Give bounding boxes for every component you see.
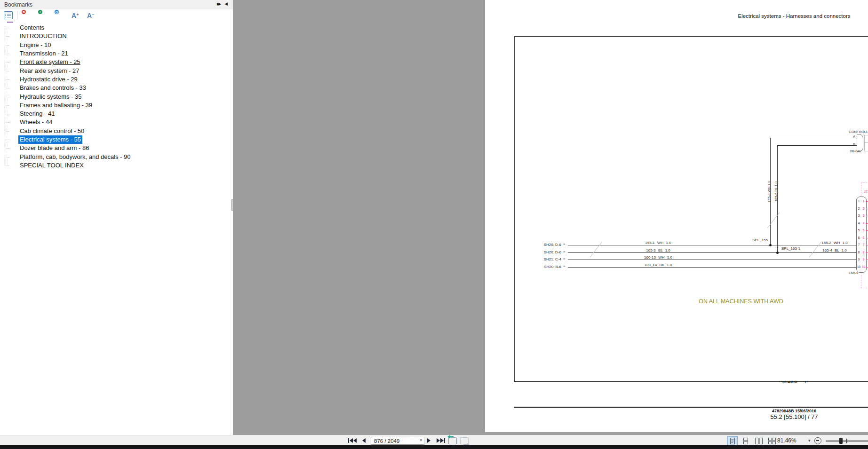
bookmark-item-platform[interactable]: Platform, cab, bodywork, and decals - 90 (0, 153, 233, 161)
page-title: Electrical systems - Harnesses and conne… (514, 13, 868, 19)
increase-text-size-button[interactable]: A+ (72, 12, 79, 19)
bookmark-item-hydraulic[interactable]: Hydraulic systems - 35 (0, 93, 233, 101)
first-page-button[interactable] (348, 438, 357, 443)
footer-document-code: 47829048B 15/06/2016 (514, 409, 868, 413)
offpage-connector-icon: » (563, 257, 565, 261)
r021-pin-a: A (847, 135, 855, 138)
bookmark-item-brakes[interactable]: Brakes and controls - 33 (0, 84, 233, 92)
bookmark-item-special-tool[interactable]: SPECIAL TOOL INDEX (0, 161, 233, 170)
can-wire-a (770, 138, 857, 138)
sheet-code: SS14N098 (782, 380, 796, 384)
sheet-number: 1 (804, 380, 806, 384)
single-page-layout-button[interactable] (727, 436, 738, 446)
bookmark-item-transmission[interactable]: Transmission - 21 (0, 49, 233, 58)
wire-label: 155-1 WH 1.0 (611, 241, 705, 245)
previous-page-button[interactable] (362, 438, 366, 443)
wire-line (866, 223, 868, 224)
pdf-page: Electrical systems - Harnesses and conne… (485, 0, 868, 432)
pin-number: 7 (857, 243, 861, 247)
bookmarks-panel-title: Bookmarks (4, 1, 32, 8)
bookmark-item-steering[interactable]: Steering - 41 (0, 110, 233, 118)
first-page-icon (350, 438, 353, 443)
pin-number: 5 (861, 228, 866, 232)
bookmarks-toolbar: ✕ + ◷ A+ A− (0, 9, 233, 23)
vertical-wire2-label: 165-5 BL 1.0 (774, 168, 778, 215)
panel-tab-indicator (7, 22, 13, 23)
bookmark-item-electrical-selected[interactable]: Electrical systems - 55 (0, 135, 233, 144)
last-page-button[interactable] (437, 438, 445, 443)
previous-page-icon (362, 438, 366, 443)
pin-number: 10 (861, 265, 866, 269)
pin-number: 4 (857, 221, 861, 225)
bookmark-options-icon[interactable] (4, 11, 13, 19)
wire-source-ref: SH20: D-6 (522, 250, 561, 254)
pin-number: 6 (857, 236, 861, 240)
wire-line (568, 252, 857, 253)
wire-line (866, 260, 868, 260)
pin-number: 9 (861, 258, 866, 261)
footer-rule (514, 407, 868, 408)
delete-badge-icon: ✕ (22, 10, 26, 14)
add-badge-icon: + (38, 10, 42, 14)
zoom-out-button[interactable] (814, 437, 821, 444)
wire-line (568, 245, 857, 245)
bookmarks-panel: Bookmarks ▶▶ ◀ ✕ + ◷ A+ A− Contents INTR… (0, 0, 233, 435)
splice-dot (769, 244, 772, 246)
bookmark-item-engine[interactable]: Engine - 10 (0, 41, 233, 49)
wire-line (866, 245, 868, 245)
taskbar-edge (0, 445, 868, 449)
toolbar-separator (17, 11, 17, 19)
wire-label: 160-13 WH 1.0 (611, 255, 705, 260)
splice-label: SPL_155 (730, 238, 768, 242)
r021-resistor-link (864, 142, 868, 143)
r021-pin-b: B (847, 142, 855, 146)
panel-collapse-icon[interactable]: ▶▶ (217, 2, 220, 6)
bookmark-item-dozer[interactable]: Dozer blade and arm - 86 (0, 144, 233, 152)
bookmark-item-wheels[interactable]: Wheels - 44 (0, 118, 233, 126)
wire-source-ref: SH20: B-6 (522, 265, 561, 269)
page-number-field-wrap: ▾ (371, 437, 424, 445)
next-page-button[interactable] (427, 438, 430, 443)
bookmark-item-cab-climate[interactable]: Cab climate control - 50 (0, 127, 233, 135)
continuous-facing-icon (768, 437, 776, 445)
bookmark-item-frames[interactable]: Frames and ballasting - 39 (0, 101, 233, 110)
wire-line (866, 230, 868, 231)
continuous-icon (741, 437, 750, 445)
wire-line (866, 252, 868, 253)
zoom-slider-handle[interactable] (839, 438, 843, 444)
pin-number: 8 (861, 251, 866, 254)
continuous-layout-button[interactable] (741, 436, 751, 446)
wire-line (568, 267, 857, 268)
bookmark-item-front-axle[interactable]: Front axle system - 25 (0, 58, 233, 66)
pin-number: 10 (857, 265, 861, 269)
footer-page-ref: 55.2 [55.100] / 77 (514, 413, 868, 420)
bookmark-item-introduction[interactable]: INTRODUCTION (0, 32, 233, 40)
previous-view-button[interactable] (448, 437, 457, 444)
creep-left-connector-top-label: J71 (862, 190, 868, 193)
pin-number: 1 (861, 199, 866, 203)
bookmark-item-rear-axle[interactable]: Rear axle system - 27 (0, 67, 233, 75)
wire-source-ref: SH20: D-6 (522, 243, 561, 247)
facing-layout-button[interactable] (754, 436, 764, 446)
page-dropdown-icon[interactable]: ▾ (420, 438, 422, 442)
splice-dot (776, 252, 779, 254)
last-page-icon (437, 438, 440, 443)
zoom-level-value[interactable]: 81.46% (777, 437, 796, 444)
panel-back-icon[interactable]: ◀ (224, 1, 228, 6)
next-view-button[interactable] (460, 437, 469, 444)
diagram-border (514, 36, 868, 382)
bookmark-item-contents[interactable]: Contents (0, 24, 233, 32)
can-wire-b (777, 145, 857, 146)
status-bar: ▾ 81.46% ▾ (0, 435, 868, 446)
zoom-dropdown-icon[interactable]: ▾ (808, 438, 811, 443)
pin-number: 8 (857, 251, 861, 254)
decrease-text-size-button[interactable]: A− (87, 12, 94, 19)
r021-ref: R-021 (843, 125, 868, 129)
page-number-input[interactable] (371, 437, 416, 444)
continuous-facing-layout-button[interactable] (767, 436, 777, 446)
bookmark-item-hydrostatic[interactable]: Hydrostatic drive - 29 (0, 75, 233, 84)
wire-label: 100_14 BK 1.0 (611, 263, 705, 267)
wire-line (866, 267, 868, 268)
pin-number: 5 (857, 228, 861, 232)
vertical-wire1-label: 155-3 WH 1.0 (767, 168, 771, 215)
